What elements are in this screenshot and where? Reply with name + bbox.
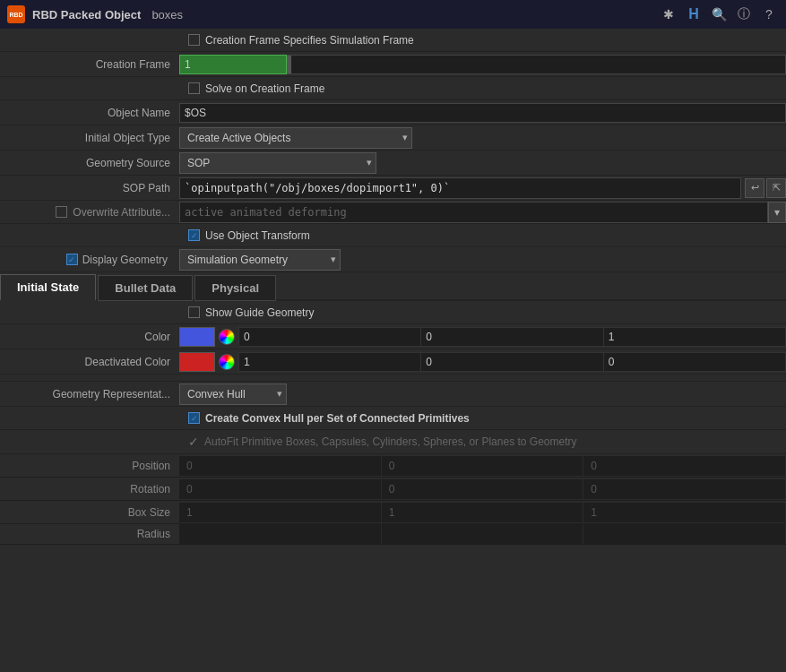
window-name: boxes <box>151 8 183 22</box>
rotation-x-field[interactable]: 0 <box>179 479 382 499</box>
tabs-row: Initial State Bullet Data Physical <box>0 272 786 301</box>
question-icon[interactable]: ? <box>759 4 779 24</box>
deactivated-color-value: 1 0 0 <box>179 352 786 372</box>
display-geometry-check-area: Display Geometry <box>0 254 179 266</box>
overwrite-attributes-checkbox[interactable] <box>56 206 67 218</box>
window-title: RBD Packed Object <box>32 8 141 22</box>
overwrite-attributes-placeholder: active animated deforming <box>185 206 347 219</box>
box-size-y-field[interactable]: 1 <box>382 503 584 522</box>
deact-color-b-field[interactable]: 0 <box>603 352 786 372</box>
deact-color-r-field[interactable]: 1 <box>238 352 420 372</box>
deactivated-color-row: Deactivated Color 1 0 0 <box>0 349 786 375</box>
tab-bullet-data[interactable]: Bullet Data <box>98 275 193 301</box>
solve-on-creation-frame-checkbox[interactable] <box>188 82 200 94</box>
display-geometry-row: Display Geometry Simulation Geometry <box>0 247 786 272</box>
use-object-transform-checkbox[interactable] <box>188 229 200 241</box>
color-picker-button[interactable] <box>219 329 235 345</box>
titlebar-buttons: ✱ H 🔍 ⓘ ? <box>659 4 779 24</box>
creation-frame-slider[interactable] <box>287 55 786 74</box>
info-icon[interactable]: ⓘ <box>734 4 754 24</box>
show-guide-geometry-label: Show Guide Geometry <box>205 306 314 319</box>
deact-color-g-field[interactable]: 0 <box>420 352 602 372</box>
deactivated-color-picker-button[interactable] <box>219 354 235 370</box>
box-size-x-field[interactable]: 1 <box>179 503 382 522</box>
display-geometry-value: Simulation Geometry <box>179 249 786 271</box>
sop-path-expand-button[interactable]: ⇱ <box>766 178 786 198</box>
color-label: Color <box>0 331 179 343</box>
overwrite-attributes-row: Overwrite Attribute... active animated d… <box>0 201 786 224</box>
overwrite-label-area: Overwrite Attribute... <box>0 206 179 219</box>
initial-object-type-label: Initial Object Type <box>0 132 179 144</box>
color-number-fields: 0 0 1 <box>238 327 786 347</box>
radius-label: Radius <box>0 528 179 540</box>
position-label: Position <box>0 460 179 472</box>
create-convex-hull-label: Create Convex Hull per Set of Connected … <box>205 412 470 425</box>
color-value: 0 0 1 <box>179 327 786 347</box>
geometry-representation-label: Geometry Representat... <box>0 388 179 401</box>
geometry-representation-row: Geometry Representat... Convex Hull <box>0 382 786 407</box>
app-icon-text: RBD <box>9 12 22 18</box>
overwrite-attributes-dropdown-btn[interactable]: ▾ <box>768 202 786 223</box>
color-row: Color 0 0 1 <box>0 324 786 349</box>
color-b-field[interactable]: 1 <box>603 327 786 347</box>
sop-path-buttons: ↩ ⇱ <box>745 178 786 198</box>
rotation-label: Rotation <box>0 483 179 495</box>
box-size-fields: 1 1 1 <box>179 503 786 522</box>
radius-z-field[interactable] <box>583 524 786 544</box>
creation-frame-specifies-label: Creation Frame Specifies Simulation Fram… <box>205 34 414 47</box>
deactivated-color-number-fields: 1 0 0 <box>238 352 786 372</box>
box-size-z-field[interactable]: 1 <box>583 503 786 522</box>
help-h-icon[interactable]: H <box>684 4 704 24</box>
title-bar: RBD RBD Packed Object boxes ✱ H 🔍 ⓘ ? <box>0 0 786 29</box>
geometry-representation-dropdown[interactable]: Convex Hull <box>179 383 287 405</box>
radius-x-field[interactable] <box>179 524 382 544</box>
color-r-field[interactable]: 0 <box>238 327 420 347</box>
creation-frame-number: 1 <box>185 58 191 71</box>
color-swatch[interactable] <box>179 327 215 347</box>
sop-path-back-button[interactable]: ↩ <box>745 178 764 198</box>
creation-frame-input[interactable]: 1 <box>179 55 287 74</box>
autofit-checkmark-icon: ✓ <box>188 435 199 449</box>
display-geometry-checkbox[interactable] <box>66 254 78 265</box>
display-geometry-label: Display Geometry <box>82 254 168 266</box>
initial-object-type-dropdown[interactable]: Create Active Objects <box>179 127 412 149</box>
position-y-field[interactable]: 0 <box>382 456 584 476</box>
position-z-field[interactable]: 0 <box>583 456 786 476</box>
rotation-y-field[interactable]: 0 <box>382 479 584 499</box>
radius-y-field[interactable] <box>382 524 584 544</box>
overwrite-attributes-label: Overwrite Attribute... <box>73 206 170 219</box>
show-guide-geometry-row: Show Guide Geometry <box>0 301 786 324</box>
geometry-source-dropdown[interactable]: SOP <box>179 152 376 174</box>
rotation-z-field[interactable]: 0 <box>583 479 786 499</box>
sop-path-text: `opinputpath("/obj/boxes/dopimport1", 0)… <box>185 182 450 194</box>
use-object-transform-row: Use Object Transform <box>0 224 786 247</box>
geometry-source-row: Geometry Source SOP <box>0 151 786 176</box>
sop-path-value-area: `opinputpath("/obj/boxes/dopimport1", 0)… <box>179 177 786 199</box>
autofit-primitive-row: ✓ AutoFit Primitive Boxes, Capsules, Cyl… <box>0 430 786 454</box>
search-icon[interactable]: 🔍 <box>709 4 729 24</box>
spacer <box>0 375 786 382</box>
initial-object-type-dropdown-wrapper: Create Active Objects <box>179 127 412 149</box>
creation-frame-input-group: 1 <box>179 55 786 74</box>
display-geometry-dropdown-wrapper: Simulation Geometry <box>179 249 341 271</box>
create-convex-hull-checkbox[interactable] <box>188 412 200 424</box>
overwrite-attributes-input[interactable]: active animated deforming <box>179 202 768 223</box>
sop-path-row: SOP Path `opinputpath("/obj/boxes/dopimp… <box>0 176 786 201</box>
deactivated-color-label: Deactivated Color <box>0 356 179 368</box>
tab-initial-state[interactable]: Initial State <box>0 274 96 301</box>
solve-on-creation-frame-row: Solve on Creation Frame <box>0 77 786 100</box>
show-guide-geometry-checkbox[interactable] <box>188 306 200 318</box>
creation-frame-row: Creation Frame 1 <box>0 52 786 77</box>
initial-object-type-row: Initial Object Type Create Active Object… <box>0 125 786 151</box>
position-x-field[interactable]: 0 <box>179 456 382 476</box>
tab-physical[interactable]: Physical <box>194 275 276 301</box>
display-geometry-dropdown[interactable]: Simulation Geometry <box>179 249 341 271</box>
object-name-input[interactable] <box>179 103 786 123</box>
creation-frame-specifies-checkbox[interactable] <box>188 34 200 46</box>
color-g-field[interactable]: 0 <box>420 327 602 347</box>
gear-icon[interactable]: ✱ <box>659 4 678 24</box>
sop-path-display[interactable]: `opinputpath("/obj/boxes/dopimport1", 0)… <box>179 177 741 199</box>
deactivated-color-swatch[interactable] <box>179 352 215 372</box>
geometry-representation-value: Convex Hull <box>179 383 786 405</box>
creation-frame-specifies-row: Creation Frame Specifies Simulation Fram… <box>0 29 786 52</box>
